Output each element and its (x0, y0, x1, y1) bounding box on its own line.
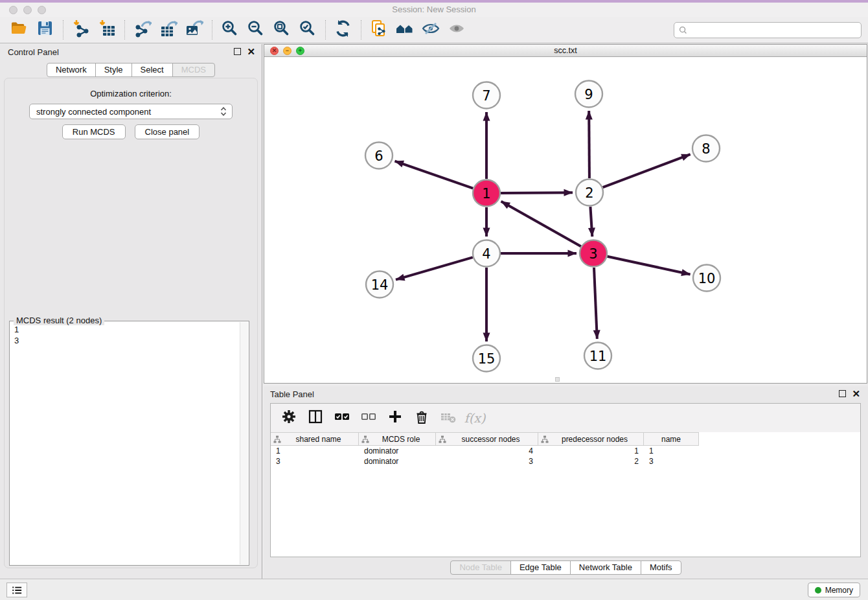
delete-table-icon (440, 409, 456, 427)
column-hierarchy-icon (439, 435, 446, 443)
mcds-result-scrollbar[interactable] (240, 322, 248, 564)
run-mcds-button[interactable]: Run MCDS (62, 124, 126, 139)
column-header-MCDS-role[interactable]: MCDS role (359, 433, 436, 445)
table-panel-tabs: Node TableEdge TableNetwork TableMotifs (264, 560, 868, 575)
table-cell[interactable]: 1 (644, 446, 699, 456)
tab-node-table[interactable]: Node Table (450, 560, 511, 575)
graph-edge-4-14[interactable] (396, 257, 473, 280)
task-history-button[interactable] (6, 583, 27, 597)
toolbar-separator (325, 20, 326, 40)
column-selector-button[interactable] (307, 409, 324, 427)
zoom-selected-button[interactable] (295, 19, 321, 41)
column-header-shared-name[interactable]: shared name (271, 433, 359, 445)
table-cell[interactable]: 3 (271, 457, 359, 466)
float-panel-icon[interactable] (234, 48, 241, 55)
close-panel-button[interactable]: Close panel (135, 124, 200, 139)
graph-node-15[interactable]: 15 (473, 345, 500, 372)
graph-node-14[interactable]: 14 (366, 271, 393, 298)
search-input[interactable] (691, 25, 856, 35)
table-row[interactable]: 3dominator323 (271, 456, 699, 467)
save-session-button[interactable] (32, 19, 58, 41)
new-network-from-selection-button[interactable] (366, 19, 392, 41)
float-table-panel-icon[interactable] (839, 390, 846, 397)
svg-text:2: 2 (585, 185, 593, 201)
graph-node-1[interactable]: 1 (473, 180, 500, 207)
zoom-fit-button[interactable] (269, 19, 295, 41)
table-cell[interactable]: 2 (538, 457, 644, 466)
tab-mcds[interactable]: MCDS (172, 63, 215, 77)
graph-edge-2-3[interactable] (590, 207, 592, 237)
column-selector-icon (308, 409, 323, 427)
tab-network-table[interactable]: Network Table (570, 560, 641, 575)
show-all-button[interactable] (444, 19, 470, 41)
graph-edge-1-6[interactable] (395, 161, 474, 189)
table-cell[interactable]: 1 (538, 446, 644, 456)
table-cell[interactable]: 3 (644, 457, 699, 466)
graph-edge-3-11[interactable] (594, 268, 597, 339)
splitter-grip[interactable] (555, 377, 560, 382)
mcds-result-text[interactable]: 1 3 (10, 322, 240, 564)
select-all-button[interactable] (334, 409, 350, 427)
toolbar-separator (63, 20, 63, 40)
column-header-name[interactable]: name (644, 433, 699, 445)
close-panel-icon[interactable]: ✕ (247, 48, 255, 55)
new-network-from-selection-icon (370, 19, 388, 40)
tab-edge-table[interactable]: Edge Table (510, 560, 571, 575)
tab-style[interactable]: Style (95, 63, 132, 77)
tab-select[interactable]: Select (131, 63, 173, 77)
export-table-button[interactable] (155, 19, 181, 41)
graph-node-2[interactable]: 2 (576, 179, 603, 206)
zoom-in-button[interactable] (217, 19, 243, 41)
graph-node-3[interactable]: 3 (580, 240, 607, 267)
network-window-titlebar[interactable]: ✕ − + scc.txt (264, 45, 867, 57)
svg-text:7: 7 (482, 88, 490, 104)
svg-text:10: 10 (698, 271, 716, 286)
table-cell[interactable]: dominator (359, 457, 436, 466)
graph-node-8[interactable]: 8 (692, 135, 720, 162)
control-panel-title: Control Panel (8, 47, 59, 57)
tab-network[interactable]: Network (47, 63, 96, 77)
memory-button[interactable]: Memory (808, 583, 860, 597)
first-neighbors-button[interactable] (392, 19, 418, 41)
graph-edge-2-9[interactable] (589, 111, 589, 178)
tab-motifs[interactable]: Motifs (641, 560, 681, 575)
close-table-panel-icon[interactable]: ✕ (852, 390, 860, 397)
graph-node-4[interactable]: 4 (473, 240, 500, 267)
hide-selected-button[interactable] (418, 19, 444, 41)
graph-edge-3-10[interactable] (608, 257, 691, 275)
graph-node-7[interactable]: 7 (473, 82, 500, 109)
delete-row-button[interactable] (413, 409, 430, 427)
graph-node-11[interactable]: 11 (584, 343, 611, 369)
open-file-button[interactable] (6, 19, 32, 41)
column-header-successor-nodes[interactable]: successor nodes (436, 433, 538, 445)
deselect-all-button[interactable] (360, 409, 377, 427)
network-view-window: ✕ − + scc.txt 7968124314101511 (264, 44, 867, 384)
graph-node-9[interactable]: 9 (575, 81, 602, 108)
graph-edge-2-8[interactable] (603, 154, 691, 187)
import-network-button[interactable] (68, 19, 94, 41)
zoom-out-button[interactable] (243, 19, 269, 41)
chevron-up-down-icon (219, 106, 228, 117)
export-image-button[interactable] (181, 19, 207, 41)
table-row[interactable]: 1dominator411 (271, 446, 699, 456)
table-cell[interactable]: dominator (359, 446, 436, 456)
graph-node-6[interactable]: 6 (365, 143, 393, 169)
table-settings-button[interactable] (280, 409, 297, 427)
column-header-predecessor-nodes[interactable]: predecessor nodes (538, 433, 644, 445)
apply-layout-button[interactable] (330, 19, 356, 41)
table-cell[interactable]: 4 (436, 446, 538, 456)
criterion-dropdown[interactable]: strongly connected component (29, 104, 233, 119)
import-network-icon (72, 19, 90, 40)
graph-edge-1-2[interactable] (501, 192, 573, 193)
svg-text:4: 4 (482, 246, 490, 262)
export-network-button[interactable] (130, 19, 155, 41)
table-cell[interactable]: 3 (436, 457, 538, 466)
search-box[interactable] (674, 22, 862, 38)
toolbar-separator (212, 20, 212, 40)
table-cell[interactable]: 1 (271, 446, 359, 456)
graph-node-10[interactable]: 10 (693, 265, 720, 292)
graph-edge-3-1[interactable] (501, 202, 581, 246)
add-row-button[interactable] (387, 409, 404, 427)
import-table-button[interactable] (94, 19, 120, 41)
network-canvas[interactable]: 7968124314101511 (264, 57, 867, 383)
